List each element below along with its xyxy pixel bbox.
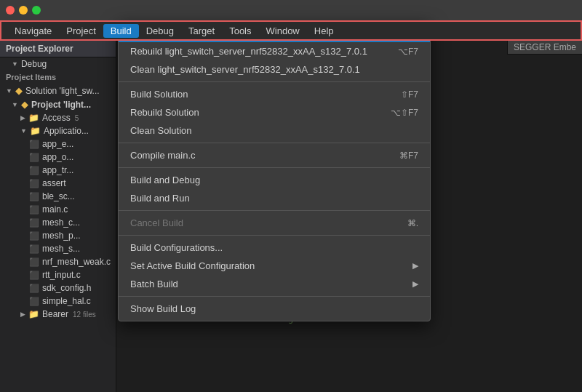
- tree-file-assert[interactable]: ⬛ assert: [0, 177, 116, 190]
- tree-bearer[interactable]: ▶ 📁 Bearer 12 files: [0, 308, 116, 321]
- tree-file-mesh-c[interactable]: ⬛ mesh_c...: [0, 216, 116, 229]
- chevron-icon: ▼: [12, 60, 18, 68]
- chevron-down-icon: ▼: [6, 87, 12, 95]
- traffic-light-yellow[interactable]: [19, 6, 28, 15]
- menu-item-show-log[interactable]: Show Build Log: [119, 300, 430, 318]
- tree-file-mesh-s[interactable]: ⬛ mesh_s...: [0, 242, 116, 255]
- menu-item-rebuild-solution[interactable]: Rebuild Solution ⌥⇧F7: [119, 103, 430, 121]
- segger-label: SEGGER Embe: [507, 41, 582, 55]
- menu-project[interactable]: Project: [59, 24, 103, 38]
- sidebar: Project Explorer ▼ Debug Project Items ▼…: [0, 41, 116, 392]
- chevron-down-icon: ▼: [20, 127, 27, 135]
- tree-file-app-o[interactable]: ⬛ app_o...: [0, 151, 116, 164]
- separator-4: [119, 210, 430, 211]
- tree-solution[interactable]: ▼ ◆ Solution 'light_sw...: [0, 84, 116, 97]
- tree-file-simple-hal[interactable]: ⬛ simple_hal.c: [0, 295, 116, 308]
- tree-file-mesh-p[interactable]: ⬛ mesh_p...: [0, 229, 116, 242]
- project-explorer-header: Project Explorer: [0, 41, 116, 57]
- file-app-tr: app_tr...: [42, 165, 73, 175]
- file-rtt: rtt_input.c: [42, 270, 81, 280]
- tree-project[interactable]: ▼ ◆ Project 'light...: [0, 97, 116, 111]
- separator-1: [119, 81, 430, 82]
- tree-file-nrf-mesh[interactable]: ⬛ nrf_mesh_weak.c: [0, 255, 116, 268]
- show-log-label: Show Build Log: [130, 303, 418, 314]
- tree-file-rtt[interactable]: ⬛ rtt_input.c: [0, 268, 116, 281]
- tree-file-app-e[interactable]: ⬛ app_e...: [0, 137, 116, 151]
- rebuild-solution-shortcut: ⌥⇧F7: [391, 108, 418, 118]
- menu-item-build-solution[interactable]: Build Solution ⇧F7: [119, 85, 430, 103]
- bearer-label: Bearer: [42, 309, 68, 319]
- rebuild-target-shortcut: ⌥F7: [398, 47, 418, 57]
- chevron-down-icon: ▼: [12, 101, 18, 108]
- folder-icon: 📁: [28, 309, 39, 319]
- rebuild-target-label: Rebuild light_switch_server_nrf52832_xxA…: [130, 46, 380, 57]
- menu-item-clean-target[interactable]: Clean light_switch_server_nrf52832_xxAA_…: [119, 60, 430, 79]
- tree-file-ble-sc[interactable]: ⬛ ble_sc...: [0, 190, 116, 203]
- chevron-right-icon: ▶: [20, 311, 25, 318]
- menu-item-clean-solution[interactable]: Clean Solution: [119, 121, 430, 140]
- file-icon: ⬛: [29, 231, 39, 241]
- file-mesh-s: mesh_s...: [42, 244, 80, 254]
- file-icon: ⬛: [29, 284, 39, 293]
- set-active-label: Set Active Build Configuration: [130, 260, 407, 271]
- file-simple-hal: simple_hal.c: [42, 296, 91, 306]
- menu-item-set-active[interactable]: Set Active Build Configuration ▶: [119, 257, 430, 275]
- separator-2: [119, 143, 430, 143]
- file-main: main.c: [42, 204, 68, 215]
- build-configs-label: Build Configurations...: [130, 242, 418, 253]
- tree-file-main[interactable]: ⬛ main.c: [0, 203, 116, 216]
- cancel-build-label: Cancel Build: [130, 217, 390, 228]
- menu-debug[interactable]: Debug: [139, 24, 181, 38]
- folder-icon: 📁: [30, 126, 41, 136]
- title-bar: [0, 0, 582, 20]
- file-icon: ⬛: [29, 218, 39, 228]
- menu-bar: Navigate Project Build Debug Target Tool…: [0, 20, 582, 41]
- traffic-light-green[interactable]: [32, 6, 41, 15]
- batch-build-label: Batch Build: [130, 279, 407, 289]
- menu-item-cancel-build: Cancel Build ⌘.: [119, 214, 430, 232]
- clean-solution-label: Clean Solution: [130, 125, 401, 136]
- menu-item-batch-build[interactable]: Batch Build ▶: [119, 275, 430, 293]
- compile-main-label: Compile main.c: [130, 150, 382, 161]
- tree-file-app-tr[interactable]: ⬛ app_tr...: [0, 164, 116, 177]
- sidebar-item-debug[interactable]: ▼ Debug: [0, 57, 116, 71]
- tree-application[interactable]: ▼ 📁 Applicatio...: [0, 124, 116, 137]
- file-app-e: app_e...: [42, 139, 73, 149]
- build-dropdown-menu: Build light_switch_server_nrf52832_xxAA_…: [118, 20, 431, 321]
- clean-target-label: Clean light_switch_server_nrf52832_xxAA_…: [130, 64, 401, 75]
- menu-window[interactable]: Window: [259, 24, 307, 38]
- access-badge: 5: [75, 114, 79, 122]
- menu-item-build-run[interactable]: Build and Run: [119, 189, 430, 207]
- debug-label: Debug: [21, 59, 47, 69]
- menu-help[interactable]: Help: [307, 24, 341, 38]
- file-icon: ⬛: [29, 153, 39, 162]
- tree-file-sdk[interactable]: ⬛ sdk_config.h: [0, 281, 116, 295]
- file-icon: ⬛: [29, 271, 39, 280]
- file-icon: ⬛: [29, 179, 39, 188]
- bearer-badge: 12 files: [73, 311, 96, 319]
- tree-access[interactable]: ▶ 📁 Access 5: [0, 111, 116, 124]
- file-icon: ⬛: [29, 297, 39, 306]
- menu-build[interactable]: Build: [103, 24, 139, 38]
- file-icon: ⬛: [29, 205, 39, 215]
- build-solution-shortcut: ⇧F7: [401, 89, 418, 100]
- file-icon: ⬛: [29, 140, 39, 149]
- menu-tools[interactable]: Tools: [222, 24, 258, 38]
- menu-item-compile-main[interactable]: Compile main.c ⌘F7: [119, 146, 430, 164]
- menu-target[interactable]: Target: [181, 24, 222, 38]
- separator-5: [119, 235, 430, 236]
- separator-6: [119, 296, 430, 297]
- menu-navigate[interactable]: Navigate: [7, 24, 59, 38]
- menu-item-build-debug[interactable]: Build and Debug: [119, 171, 430, 189]
- file-icon: ⬛: [29, 166, 39, 175]
- file-mesh-p: mesh_p...: [42, 231, 81, 241]
- traffic-light-red[interactable]: [6, 6, 15, 15]
- build-debug-label: Build and Debug: [130, 175, 418, 185]
- menu-item-rebuild-target[interactable]: Rebuild light_switch_server_nrf52832_xxA…: [119, 42, 430, 60]
- menu-item-build-configs[interactable]: Build Configurations...: [119, 239, 430, 257]
- build-run-label: Build and Run: [130, 193, 418, 204]
- file-icon: ⬛: [29, 192, 39, 201]
- project-items-label: Project Items: [0, 71, 116, 84]
- chevron-right-icon: ▶: [20, 114, 25, 121]
- build-solution-label: Build Solution: [130, 89, 383, 100]
